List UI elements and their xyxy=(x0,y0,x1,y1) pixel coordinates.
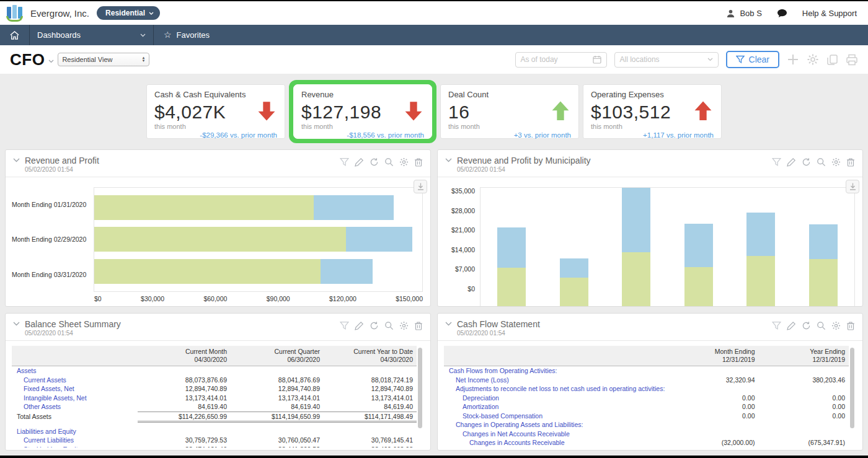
locations-select[interactable]: All locations xyxy=(614,52,719,68)
help-support-link[interactable]: Help & Support xyxy=(802,9,857,18)
collapse-chevron-icon[interactable] xyxy=(13,158,20,162)
table-row-label-link[interactable]: Current Assets xyxy=(12,376,138,385)
bar-segment-series-green xyxy=(497,268,526,306)
table-row: Other Assets84,619.4084,619.4084,619.40 xyxy=(12,402,417,412)
y-axis-tick: $28,000 xyxy=(451,207,475,214)
table-row-label-link[interactable]: Stock-based Compensation xyxy=(444,412,668,421)
kpi-value: $4,027K xyxy=(154,102,226,123)
table-scrollbar[interactable] xyxy=(850,348,854,428)
y-axis-tick: $7,000 xyxy=(455,265,475,273)
table-row-label-link[interactable]: Changes in Net Accounts Receivable xyxy=(444,429,668,439)
bar-segment-series-green xyxy=(94,227,346,252)
table-row: Changes in Accounts Receivable(32,000.00… xyxy=(444,438,849,447)
chevron-down-icon[interactable] xyxy=(48,59,54,63)
filter-icon[interactable] xyxy=(772,157,781,167)
table-row-label-link[interactable]: Other Assets xyxy=(12,402,138,412)
table-row-label-link[interactable]: Cash Flows from Operating Activities: xyxy=(444,366,668,376)
bar-segment-series-blue xyxy=(746,213,775,257)
user-menu[interactable]: Bob S xyxy=(726,9,761,18)
download-chart-button[interactable] xyxy=(846,180,859,193)
org-badge[interactable]: Residential xyxy=(97,6,160,20)
balance-sheet-table: Current Month04/30/2020Current Quarter06… xyxy=(12,346,417,447)
delete-trash-icon[interactable] xyxy=(846,321,855,330)
delete-trash-icon[interactable] xyxy=(414,157,423,167)
stacked-bar xyxy=(684,224,713,306)
table-row-label-link[interactable]: Depreciation xyxy=(444,394,668,403)
clear-filters-button[interactable]: Clear xyxy=(726,51,779,68)
panel-title: Revenue and Profit xyxy=(25,156,99,165)
collapse-chevron-icon[interactable] xyxy=(13,322,20,326)
refresh-icon[interactable] xyxy=(802,321,811,330)
view-selector[interactable]: Residential View ▲▼ xyxy=(58,53,149,66)
table-row-label-link[interactable]: Changes in Operating Assets and Liabilit… xyxy=(444,420,668,429)
table-cell-value xyxy=(138,427,231,436)
kpi-value: $103,512 xyxy=(591,102,671,123)
kpi-card-deal-count[interactable]: Deal Count16this month+3 vs. prior month xyxy=(440,84,579,139)
search-icon[interactable] xyxy=(384,321,394,330)
vchart-slot xyxy=(730,188,792,306)
copy-icon xyxy=(826,54,838,66)
settings-gear-icon[interactable] xyxy=(399,321,409,330)
kpi-card-operating-expenses[interactable]: Operating Expenses$103,512this month+1,1… xyxy=(583,84,722,139)
add-widget-button[interactable] xyxy=(787,53,799,66)
filter-icon[interactable] xyxy=(772,321,781,330)
duplicate-dashboard-button[interactable] xyxy=(826,54,838,66)
delete-trash-icon[interactable] xyxy=(414,321,423,330)
home-button[interactable] xyxy=(0,25,30,45)
table-row-label-link[interactable]: Amortization xyxy=(444,402,668,412)
table-row-label-link[interactable]: Changes in Accounts Receivable xyxy=(444,438,668,447)
panel-timestamp: 05/02/2020 01:54 xyxy=(457,166,591,173)
search-icon[interactable] xyxy=(384,157,394,167)
table-row-label-link[interactable]: Current Liabilities xyxy=(12,436,138,445)
table-cell-value xyxy=(668,429,758,439)
search-icon[interactable] xyxy=(817,157,826,167)
collapse-chevron-icon[interactable] xyxy=(445,322,452,326)
stacked-bar xyxy=(560,258,588,306)
trend-arrow-up-icon xyxy=(693,100,714,124)
table-row-label-link[interactable]: Liabilities and Equity xyxy=(12,427,138,436)
download-chart-button[interactable] xyxy=(414,180,427,193)
edit-pencil-icon[interactable] xyxy=(787,157,796,167)
edit-pencil-icon[interactable] xyxy=(355,157,364,167)
table-column-header: Current Year to Date04/30/2020 xyxy=(324,346,417,366)
settings-gear-icon[interactable] xyxy=(831,321,841,330)
refresh-icon[interactable] xyxy=(802,157,811,167)
table-cell-value: 83,441,800.52 xyxy=(231,445,324,448)
municipality-chart: $35,000$28,000$21,000$14,000$7,000$0Cott… xyxy=(444,182,855,304)
table-row-label-link[interactable]: Assets xyxy=(12,366,138,376)
kpi-card-revenue[interactable]: Revenue$127,198this month-$18,556 vs. pr… xyxy=(293,84,432,139)
kpi-card-cash-cash-equivalents[interactable]: Cash & Cash Equivalents$4,027Kthis month… xyxy=(146,84,285,139)
table-scrollbar[interactable] xyxy=(418,348,422,428)
vchart-plot xyxy=(480,187,855,306)
table-column-header: Current Quarter06/30/2020 xyxy=(231,346,324,366)
table-row-label-link[interactable]: Adjustments to reconcile net loss to net… xyxy=(444,384,668,394)
search-icon[interactable] xyxy=(817,321,826,330)
edit-pencil-icon[interactable] xyxy=(787,321,796,330)
as-of-date-input[interactable]: As of today xyxy=(515,52,607,68)
nav-favorites[interactable]: ☆ Favorites xyxy=(154,25,219,45)
table-row-label-link[interactable]: Stockholders Equity xyxy=(12,445,138,448)
edit-pencil-icon[interactable] xyxy=(355,321,364,330)
table-cell-value xyxy=(231,366,324,376)
refresh-icon[interactable] xyxy=(370,321,379,330)
table-cell-value: 0.00 xyxy=(668,412,758,421)
settings-gear-icon[interactable] xyxy=(399,157,409,167)
x-axis-tick: $90,000 xyxy=(267,295,290,302)
filter-icon[interactable] xyxy=(340,157,349,167)
dashboard-settings-button[interactable] xyxy=(807,53,819,66)
collapse-chevron-icon[interactable] xyxy=(445,158,452,162)
table-row-label-link[interactable]: Net Income (Loss) xyxy=(444,376,668,385)
table-row-label-link[interactable]: Fixed Assets, Net xyxy=(12,384,138,394)
table-row-label-link[interactable]: Intangible Assets, Net xyxy=(12,394,138,403)
table-cell-value: 0.00 xyxy=(759,394,849,403)
print-button[interactable] xyxy=(846,54,858,66)
filter-icon[interactable] xyxy=(340,321,349,330)
table-cell-value xyxy=(759,420,849,429)
refresh-icon[interactable] xyxy=(370,157,379,167)
chat-button[interactable] xyxy=(777,9,787,18)
nav-dashboards[interactable]: Dashboards xyxy=(30,25,154,45)
table-header-empty xyxy=(12,346,138,366)
kpi-label: Operating Expenses xyxy=(591,90,714,99)
settings-gear-icon[interactable] xyxy=(831,157,841,167)
delete-trash-icon[interactable] xyxy=(846,157,855,167)
